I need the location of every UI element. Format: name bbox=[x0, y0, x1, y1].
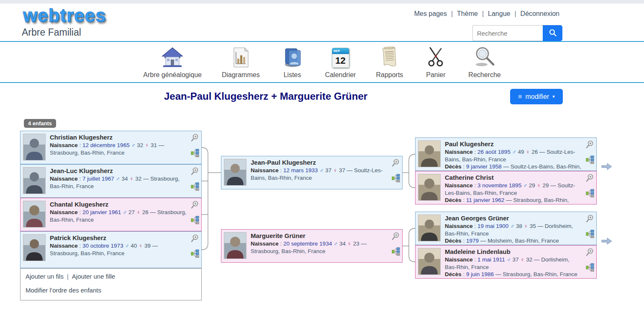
person-photo bbox=[418, 174, 441, 201]
person-name-link[interactable]: Christian Klugesherz bbox=[50, 133, 187, 142]
browser-top-strip bbox=[0, 0, 644, 3]
person-name-link[interactable]: Jean-Paul Klugesherz bbox=[251, 158, 388, 167]
person-name-link[interactable]: Jean-Luc Klugesherz bbox=[50, 167, 187, 175]
menu-my-pages[interactable]: Mes pages bbox=[414, 10, 447, 17]
person-name-link[interactable]: Jean Georges Grüner bbox=[445, 214, 582, 222]
add-daughter-link[interactable]: Ajouter une fille bbox=[72, 273, 115, 280]
chart-page-icon bbox=[232, 46, 249, 68]
menu-item-label: Calendrier bbox=[325, 71, 356, 79]
pedigree-icon[interactable] bbox=[586, 155, 594, 164]
person-box-madeleine[interactable]: Madeleine Lindenlaub Naissance : 1 mai 1… bbox=[415, 245, 597, 279]
magnifier-icon bbox=[473, 46, 496, 68]
menu-theme[interactable]: Thème bbox=[457, 10, 478, 17]
zoom-icon[interactable] bbox=[191, 234, 199, 243]
death-line: Décès : 9 janvier 1958 — Soultz-Les-Bain… bbox=[445, 163, 582, 171]
person-box-marguerite[interactable]: Marguerite Grüner Naissance : 20 septemb… bbox=[221, 229, 403, 263]
menu-item-label: Diagrammes bbox=[222, 71, 260, 79]
birth-line: Naissance : 26 août 1895 ♂ 49 ♀ 26 — Sou… bbox=[445, 148, 582, 163]
add-son-link[interactable]: Ajouter un fils bbox=[26, 273, 64, 280]
birth-line: Naissance : 1 mai 1911 ♂ 37 ♀ 32 — Dorli… bbox=[445, 256, 582, 271]
scissors-icon bbox=[426, 46, 445, 68]
person-box-christian[interactable]: Christian Klugesherz Naissance : 12 déce… bbox=[20, 131, 202, 164]
pedigree-icon[interactable] bbox=[191, 182, 199, 191]
birth-line: Naissance : 12 décembre 1965 ♂ 32 ♀ 31 —… bbox=[50, 142, 187, 157]
person-box-jean-luc[interactable]: Jean-Luc Klugesherz Naissance : 7 juille… bbox=[20, 164, 202, 198]
menu-separator: | bbox=[451, 10, 453, 17]
pedigree-icon[interactable] bbox=[191, 216, 199, 224]
zoom-icon[interactable] bbox=[191, 167, 199, 176]
edit-menu-button[interactable]: ≡ modifier ▾ bbox=[510, 89, 563, 104]
pedigree-icon[interactable] bbox=[392, 174, 400, 182]
menu-logout[interactable]: Déconnexion bbox=[521, 10, 559, 17]
zoom-icon[interactable] bbox=[392, 232, 400, 241]
calendar-icon: SEP 12 bbox=[332, 46, 349, 68]
user-menu: Mes pages|Thème|Langue|Déconnexion bbox=[414, 10, 559, 18]
hamburger-icon: ≡ bbox=[518, 93, 522, 101]
menu-item-label: Panier bbox=[426, 71, 445, 79]
person-photo bbox=[224, 232, 246, 259]
zoom-icon[interactable] bbox=[191, 201, 199, 209]
menu-clippings-cart[interactable]: Panier bbox=[423, 46, 448, 79]
quick-search-form bbox=[472, 25, 562, 41]
birth-line: Naissance : 7 juillet 1967 ♂ 34 ♀ 32 — S… bbox=[50, 175, 187, 190]
scroll-icon bbox=[381, 46, 398, 68]
menu-family-tree[interactable]: Arbre généalogique bbox=[143, 46, 202, 79]
tree-title: Arbre Familial bbox=[22, 27, 81, 38]
zoom-icon[interactable] bbox=[392, 159, 400, 167]
person-box-catherine[interactable]: Catherine Christ Naissance : 3 novembre … bbox=[415, 171, 597, 204]
reorder-children-link[interactable]: Modifier l’ordre des enfants bbox=[26, 287, 101, 294]
birth-line: Naissance : 30 octobre 1973 ♂ 40 ♀ 39 — … bbox=[50, 242, 187, 257]
person-box-paul[interactable]: Paul Klugesherz Naissance : 26 août 1895… bbox=[415, 137, 597, 171]
menu-lists[interactable]: Listes bbox=[280, 46, 305, 79]
zoom-icon[interactable] bbox=[586, 215, 594, 223]
person-name-link[interactable]: Patrick Klugesherz bbox=[50, 234, 187, 242]
zoom-icon[interactable] bbox=[586, 174, 594, 182]
person-box-jean-paul[interactable]: Jean-Paul Klugesherz Naissance : 12 mars… bbox=[221, 156, 403, 189]
family-page-header: Jean-Paul Klugesherz + Marguerite Grüner… bbox=[0, 83, 644, 110]
death-line: Décès : 1979 — Molsheim, Bas-Rhin, Franc… bbox=[445, 237, 582, 245]
calendar-day: 12 bbox=[332, 54, 349, 68]
birth-line: Naissance : 3 novembre 1895 ♂ 29 ♀ 29 — … bbox=[445, 182, 582, 197]
children-count-badge: 4 enfants bbox=[24, 119, 56, 128]
person-photo bbox=[23, 134, 46, 160]
menu-search[interactable]: Recherche bbox=[468, 46, 500, 79]
next-generation-arrow[interactable] bbox=[601, 163, 612, 170]
menu-item-label: Recherche bbox=[468, 71, 500, 79]
zoom-icon[interactable] bbox=[191, 134, 199, 142]
link-separator: | bbox=[67, 273, 69, 280]
menu-charts[interactable]: Diagrammes bbox=[222, 46, 260, 79]
pedigree-icon[interactable] bbox=[586, 189, 594, 197]
person-photo bbox=[418, 140, 441, 167]
person-name-link[interactable]: Catherine Christ bbox=[445, 173, 582, 182]
person-box-chantal[interactable]: Chantal Klugesherz Naissance : 20 janvie… bbox=[20, 198, 202, 231]
site-header: webtrees Arbre Familial Mes pages|Thème|… bbox=[0, 3, 644, 42]
person-photo bbox=[418, 215, 441, 241]
pedigree-icon[interactable] bbox=[191, 149, 199, 157]
person-name-link[interactable]: Madeleine Lindenlaub bbox=[445, 248, 582, 256]
zoom-icon[interactable] bbox=[586, 248, 594, 256]
person-name-link[interactable]: Chantal Klugesherz bbox=[50, 200, 187, 209]
pedigree-icon[interactable] bbox=[191, 249, 199, 258]
edit-button-label: modifier bbox=[525, 93, 549, 101]
menu-language[interactable]: Langue bbox=[488, 10, 510, 17]
pedigree-icon[interactable] bbox=[586, 263, 594, 272]
menu-reports[interactable]: Rapports bbox=[376, 46, 403, 79]
search-icon bbox=[549, 29, 557, 38]
person-photo bbox=[23, 234, 46, 261]
person-box-jean-georges[interactable]: Jean Georges Grüner Naissance : 19 mai 1… bbox=[415, 212, 597, 245]
webtrees-logo[interactable]: webtrees bbox=[23, 5, 106, 26]
menu-calendar[interactable]: SEP 12 Calendrier bbox=[325, 46, 356, 79]
search-button[interactable] bbox=[543, 25, 562, 41]
zoom-icon[interactable] bbox=[586, 140, 594, 149]
person-photo bbox=[23, 167, 46, 194]
search-input[interactable] bbox=[472, 25, 543, 41]
person-name-link[interactable]: Marguerite Grüner bbox=[251, 232, 388, 240]
page-title: Jean-Paul Klugesherz + Marguerite Grüner bbox=[164, 91, 367, 102]
house-icon bbox=[161, 46, 184, 68]
person-box-patrick[interactable]: Patrick Klugesherz Naissance : 30 octobr… bbox=[20, 231, 202, 268]
person-name-link[interactable]: Paul Klugesherz bbox=[445, 140, 582, 148]
pedigree-icon[interactable] bbox=[392, 247, 400, 256]
pedigree-icon[interactable] bbox=[586, 230, 594, 238]
next-generation-arrow[interactable] bbox=[601, 238, 612, 245]
menu-item-label: Listes bbox=[284, 71, 301, 79]
